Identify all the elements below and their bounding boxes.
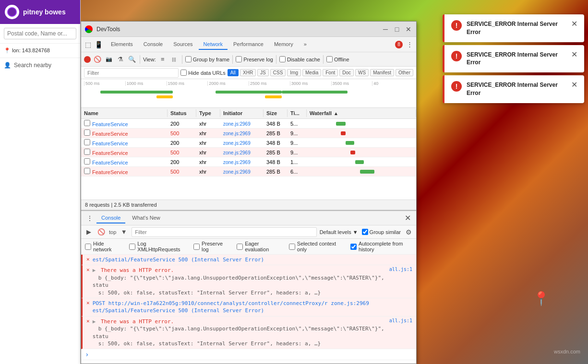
error-close-3[interactable]: ✕ (571, 81, 577, 89)
tab-sources[interactable]: Sources (168, 39, 197, 50)
timeline-mark-3000: 3000 ms (290, 81, 331, 86)
tab-memory[interactable]: Memory (269, 39, 298, 50)
filter-tag-all[interactable]: All (228, 69, 239, 76)
tab-performance[interactable]: Performance (228, 39, 268, 50)
request-count: 8 requests | 2.5 KB transferred (81, 200, 416, 210)
filter-tag-js[interactable]: JS (257, 69, 269, 76)
table-row[interactable]: FeatureService 200 xhr zone.js:2969 348 … (81, 119, 416, 129)
timeline-bar-2 (156, 95, 173, 98)
row-checkbox[interactable] (84, 139, 90, 145)
cell-time: 9... (288, 139, 307, 147)
location-text: lon: 143.824768 (12, 47, 50, 53)
filter-input[interactable] (84, 68, 179, 78)
hide-data-urls-checkbox[interactable]: Hide data URLs (180, 70, 226, 76)
cell-name: FeatureService (81, 119, 168, 128)
col-time: Ti... (288, 109, 307, 117)
default-levels-select[interactable]: Default levels ▼ (320, 229, 358, 235)
log-text: est/Spatial/FeatureService 500 (Internal… (93, 256, 412, 263)
selected-context-checkbox[interactable]: Selected context only (289, 241, 341, 252)
filter-tag-media[interactable]: Media (302, 69, 321, 76)
row-checkbox[interactable] (84, 168, 90, 174)
col-name: Name (81, 109, 168, 117)
filter-tag-other[interactable]: Other (396, 69, 413, 76)
cell-size: 348 B (264, 158, 288, 166)
log-xml-checkbox[interactable]: Log XMLHttpRequests (129, 241, 184, 252)
filter-tag-ws[interactable]: WS (355, 69, 369, 76)
cell-status: 500 (168, 149, 196, 156)
sidebar: pitney bowes 📍 lon: 143.824768 👤 Search … (0, 0, 81, 364)
timeline-bars (84, 88, 413, 105)
offline-checkbox[interactable]: Offline (326, 56, 349, 62)
console-block-button[interactable]: 🚫 (96, 227, 106, 237)
group-by-frame-checkbox[interactable]: Group by frame (185, 56, 229, 62)
disable-cache-checkbox[interactable]: Disable cache (279, 56, 320, 62)
view-waterfall-icon[interactable]: ⫼ (169, 55, 179, 64)
inspect-icon[interactable]: ⬚ (83, 40, 93, 49)
view-list-icon[interactable]: ≡ (158, 55, 168, 64)
clear-button[interactable]: 🚫 (93, 55, 102, 64)
record-button[interactable] (84, 56, 91, 63)
log-input-line[interactable]: › (81, 349, 416, 360)
console-filter-input[interactable] (132, 227, 316, 237)
capture-screenshot-button[interactable]: 📷 (104, 55, 114, 64)
console-close-button[interactable]: ✕ (403, 213, 412, 223)
table-row[interactable]: FeatureService 200 xhr zone.js:2969 348 … (81, 138, 416, 148)
row-checkbox[interactable] (84, 149, 90, 155)
col-initiator: Initiator (220, 109, 264, 117)
error-close-1[interactable]: ✕ (571, 20, 577, 28)
error-icon-3: ! (451, 81, 462, 92)
cell-time: 9... (288, 149, 307, 156)
hide-network-checkbox[interactable]: Hide network (85, 241, 120, 252)
timeline-ruler: 500 ms 1000 ms 1500 ms 2000 ms 2500 ms 3… (84, 81, 413, 86)
filter-tag-font[interactable]: Font (323, 69, 338, 76)
filter-tag-doc[interactable]: Doc (339, 69, 354, 76)
filter-tag-manifest[interactable]: Manifest (370, 69, 394, 76)
table-row[interactable]: FeatureService 500 xhr zone.js:2969 285 … (81, 167, 416, 176)
row-checkbox[interactable] (84, 120, 90, 126)
cell-initiator: zone.js:2969 (220, 168, 264, 176)
tab-more[interactable]: » (299, 39, 312, 50)
tab-elements[interactable]: Elements (106, 39, 138, 50)
filter-tag-css[interactable]: CSS (270, 69, 286, 76)
console-play-button[interactable]: ▶ (84, 227, 94, 237)
preserve-log-checkbox[interactable]: Preserve log (236, 56, 273, 62)
toolbar-divider-1 (140, 55, 140, 64)
search-input[interactable] (4, 28, 76, 39)
error-notifications: ! SERVICE_ERROR Internal Server Error ✕ … (443, 14, 584, 103)
table-row[interactable]: FeatureService 500 xhr zone.js:2969 285 … (81, 129, 416, 138)
filter-tag-xhr[interactable]: XHR (240, 69, 256, 76)
col-status: Status (168, 109, 196, 117)
error-icon: ✕ (86, 318, 90, 324)
filter-tag-img[interactable]: Img (287, 69, 301, 76)
filter-button[interactable]: ⚗ (116, 55, 125, 64)
error-close-2[interactable]: ✕ (571, 51, 577, 59)
cell-name: FeatureService (81, 129, 168, 138)
row-checkbox[interactable] (84, 129, 90, 136)
preserve-log-console-checkbox[interactable]: Preserve log (193, 241, 227, 252)
tab-network[interactable]: Network (199, 39, 228, 50)
console-toolbar: ▶ 🚫 top ▼ Default levels ▼ Group similar… (81, 225, 416, 239)
device-icon[interactable]: 📱 (94, 40, 103, 49)
console-context-dropdown[interactable]: ▼ (119, 227, 129, 237)
devtools-menu-icon[interactable]: ⋮ (405, 40, 414, 49)
tab-whats-new[interactable]: What's New (127, 213, 165, 223)
maximize-button[interactable]: □ (393, 25, 401, 33)
search-button[interactable]: 🔍 (127, 55, 137, 64)
filter-tags: All XHR JS CSS Img Media Font Doc WS Man… (228, 69, 413, 76)
tab-console[interactable]: Console (139, 39, 168, 50)
console-gear-button[interactable]: ⚙ (404, 227, 413, 237)
error-notification-3: ! SERVICE_ERROR Internal Server Error ✕ (443, 75, 584, 103)
table-row[interactable]: FeatureService 200 xhr zone.js:2969 348 … (81, 157, 416, 167)
eager-eval-checkbox[interactable]: Eager evaluation (237, 241, 279, 252)
group-similar-checkbox[interactable]: Group similar (362, 229, 401, 235)
sidebar-nearby-button[interactable]: 👤 Search nearby (0, 58, 80, 72)
location-icon: 📍 (4, 47, 11, 53)
row-checkbox[interactable] (84, 158, 90, 164)
console-menu-button[interactable]: ⋮ (85, 213, 95, 223)
minimize-button[interactable]: ─ (382, 25, 389, 33)
devtools-window: DevTools ─ □ ✕ ⬚ 📱 Elements Console Sour… (81, 21, 417, 364)
table-row[interactable]: FeatureService 500 xhr zone.js:2969 285 … (81, 148, 416, 157)
close-button[interactable]: ✕ (405, 25, 412, 33)
autocomplete-checkbox[interactable]: Autocomplete from history (350, 241, 412, 252)
tab-console-panel[interactable]: Console (96, 213, 125, 223)
